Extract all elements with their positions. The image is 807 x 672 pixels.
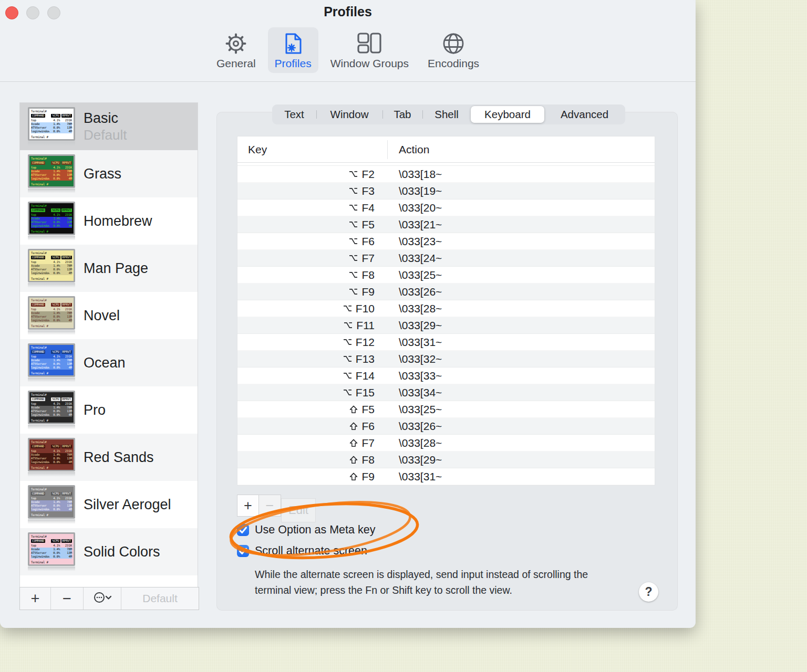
checkbox-label: Scroll alternate screen (255, 544, 367, 558)
tab-shell[interactable]: Shell (422, 104, 471, 124)
keyboard-shortcut-row[interactable]: F12\033[31~ (237, 334, 655, 351)
action-value: \033[32~ (399, 353, 442, 365)
process-mem: 78M (60, 217, 72, 220)
process-cpu: 0.0% (49, 508, 60, 511)
keyboard-shortcut-row[interactable]: F3\033[19~ (237, 183, 655, 200)
profile-row-homebrew[interactable]: Terminal#COMMAND%CPURPRVTtop4.1%231KXcod… (20, 197, 198, 245)
keyboard-shortcut-row[interactable]: F4\033[20~ (237, 200, 655, 216)
keyboard-shortcut-row[interactable]: F5\033[21~ (237, 216, 655, 233)
thumb-prompt-line: Terminal # (31, 230, 72, 234)
profile-row-pro[interactable]: Terminal#COMMAND%CPURPRVTtop4.1%231KXcod… (20, 386, 198, 434)
option-key-icon (349, 187, 358, 195)
process-name: Xcode (31, 406, 49, 410)
profile-thumbnail-wrap: Terminal#COMMAND%CPURPRVTtop4.1%231KXcod… (28, 343, 76, 382)
keyboard-shortcut-row[interactable]: F5\033[25~ (237, 401, 655, 418)
edit-shortcut-button[interactable]: Edit (281, 498, 316, 522)
process-mem: 13M (60, 457, 72, 460)
tab-text[interactable]: Text (272, 104, 316, 124)
keyboard-shortcut-row[interactable]: F15\033[34~ (237, 384, 655, 401)
key-cell: F2 (237, 168, 375, 181)
action-column-header: Action (399, 143, 429, 156)
keyboard-shortcut-row[interactable]: F6\033[26~ (237, 418, 655, 435)
table-action-buttons: + − Edit (237, 495, 316, 522)
key-label: F12 (356, 336, 375, 349)
toolbar-item-profiles[interactable]: Profiles (268, 27, 318, 73)
profile-row-solid-colors[interactable]: Terminal#COMMAND%CPURPRVTtop4.1%231KXcod… (20, 528, 198, 575)
profile-row-red-sands[interactable]: Terminal#COMMAND%CPURPRVTtop4.1%231KXcod… (20, 434, 198, 481)
thumb-header-chip: COMMAND (31, 350, 45, 354)
keyboard-shortcut-row[interactable]: F11\033[29~ (237, 317, 655, 334)
thumb-process-line: ATSServer0.0%13M (31, 457, 72, 460)
keyboard-shortcut-row[interactable]: F9\033[26~ (237, 284, 655, 300)
process-name: top (31, 119, 49, 122)
keyboard-shortcut-row[interactable]: F8\033[29~ (237, 452, 655, 468)
shift-key-icon (349, 405, 358, 414)
process-cpu: 0.0% (49, 271, 60, 275)
process-name: Xcode (31, 217, 49, 220)
action-value: \033[26~ (399, 420, 442, 433)
process-cpu: 4.1% (49, 449, 60, 453)
profile-row-man-page[interactable]: Terminal#COMMAND%CPURPRVTtop4.1%231KXcod… (20, 245, 198, 292)
keyboard-shortcut-row[interactable]: F8\033[25~ (237, 267, 655, 284)
checkmark-icon (237, 524, 249, 536)
key-cell: F9 (237, 286, 375, 298)
profile-row-ocean[interactable]: Terminal#COMMAND%CPURPRVTtop4.1%231KXcod… (20, 339, 198, 386)
profile-row-basic[interactable]: Terminal#COMMAND%CPURPRVTtop4.1%231KXcod… (20, 103, 198, 150)
keyboard-shortcut-row[interactable]: F6\033[23~ (237, 233, 655, 250)
thumb-process-line: Xcode1.4%78M (31, 311, 72, 315)
key-label: F10 (356, 302, 375, 315)
process-mem: 231K (60, 308, 72, 311)
key-cell: F7 (237, 437, 375, 449)
set-default-button[interactable]: Default (121, 587, 199, 610)
keyboard-shortcut-row[interactable]: F9\033[31~ (237, 468, 655, 485)
help-button[interactable]: ? (639, 582, 658, 602)
checkbox-scroll-alternate-screen[interactable] (237, 545, 249, 557)
more-options-button[interactable] (84, 587, 121, 610)
remove-profile-button[interactable]: − (51, 587, 84, 610)
checkbox-use-option-as-meta-key[interactable] (237, 524, 249, 536)
tab-tab[interactable]: Tab (382, 104, 422, 124)
add-profile-button[interactable]: + (20, 587, 51, 610)
toolbar-item-encodings[interactable]: Encodings (421, 27, 486, 73)
process-mem: 4M (60, 366, 72, 370)
keyboard-shortcut-row[interactable]: F7\033[24~ (237, 250, 655, 267)
process-name: ATSServer (31, 457, 49, 460)
profile-thumbnail-wrap: Terminal#COMMAND%CPURPRVTtop4.1%231KXcod… (28, 391, 76, 429)
keyboard-shortcut-row[interactable]: F13\033[32~ (237, 351, 655, 368)
keyboard-shortcut-row[interactable]: F10\033[28~ (237, 300, 655, 317)
toolbar-item-label: Encodings (428, 57, 479, 70)
profile-row-silver-aerogel[interactable]: Terminal#COMMAND%CPURPRVTtop4.1%231KXcod… (20, 481, 198, 528)
thumb-process-line: loginwindow0.0%4M (31, 224, 72, 228)
toolbar-item-general[interactable]: General (210, 27, 263, 73)
thumb-header-chip: %CPU (51, 161, 60, 165)
thumb-header-chip: %CPU (51, 208, 60, 212)
thumb-title-line: Terminal# (31, 440, 72, 444)
add-shortcut-button[interactable]: + (237, 495, 259, 517)
key-cell: F8 (237, 269, 375, 281)
thumb-prompt-line: Terminal # (31, 135, 72, 139)
tab-window[interactable]: Window (316, 104, 382, 124)
keyboard-shortcut-row[interactable]: F7\033[28~ (237, 435, 655, 452)
process-cpu: 1.4% (49, 264, 60, 268)
thumb-title-line: Terminal# (31, 204, 72, 208)
keyboard-shortcut-row[interactable]: F14\033[33~ (237, 368, 655, 384)
profile-thumbnail-wrap: Terminal#COMMAND%CPURPRVTtop4.1%231KXcod… (28, 154, 76, 193)
tab-advanced[interactable]: Advanced (544, 104, 625, 124)
option-key-icon (349, 220, 358, 228)
process-name: top (31, 497, 49, 500)
remove-shortcut-button[interactable]: − (259, 495, 281, 517)
tab-keyboard[interactable]: Keyboard (471, 106, 544, 123)
option-key-icon (343, 355, 352, 363)
thumb-header-line: COMMAND%CPURPRVT (31, 208, 72, 213)
toolbar-item-window-groups[interactable]: Window Groups (324, 27, 416, 73)
profile-row-novel[interactable]: Terminal#COMMAND%CPURPRVTtop4.1%231KXcod… (20, 292, 198, 339)
process-name: Xcode (31, 264, 49, 268)
thumb-title-line: Terminal# (31, 535, 72, 539)
thumb-header-line: COMMAND%CPURPRVT (31, 161, 72, 165)
key-label: F3 (361, 185, 375, 197)
process-cpu: 1.4% (49, 359, 60, 362)
thumb-prompt-line: Terminal # (31, 561, 72, 564)
profile-row-grass[interactable]: Terminal#COMMAND%CPURPRVTtop4.1%231KXcod… (20, 150, 198, 197)
thumb-process-line: Xcode1.4%78M (31, 359, 72, 362)
keyboard-shortcut-row[interactable]: F2\033[18~ (237, 166, 655, 183)
